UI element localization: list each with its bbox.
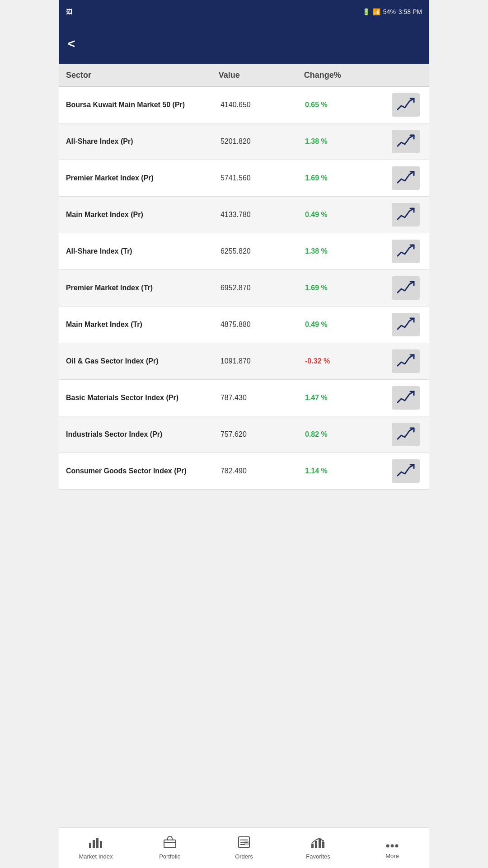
time-display: 3:58 PM: [399, 8, 422, 15]
more-icon: [385, 837, 399, 851]
table-row[interactable]: Consumer Goods Sector Index (Pr) 782.490…: [59, 453, 429, 490]
status-bar-right: 🔋 📶 54% 3:58 PM: [362, 8, 422, 15]
row-chart-1[interactable]: [389, 130, 422, 153]
col-header-value: Value: [219, 71, 304, 80]
svg-rect-0: [89, 843, 91, 848]
chart-button-7[interactable]: [392, 349, 420, 373]
chart-button-3[interactable]: [392, 203, 420, 226]
table-body: Boursa Kuwait Main Market 50 (Pr) 4140.6…: [59, 87, 429, 868]
row-sector-4: All-Share Index (Tr): [66, 247, 221, 256]
header: <: [59, 24, 429, 64]
table-row[interactable]: Oil & Gas Sector Index (Pr) 1091.870 -0.…: [59, 343, 429, 380]
row-change-8: 1.47 %: [305, 394, 389, 402]
row-chart-3[interactable]: [389, 203, 422, 226]
row-change-5: 1.69 %: [305, 284, 389, 292]
row-change-0: 0.65 %: [305, 101, 389, 109]
row-change-9: 0.82 %: [305, 430, 389, 439]
chart-button-8[interactable]: [392, 386, 420, 410]
status-bar: 🖼 🔋 📶 54% 3:58 PM: [59, 0, 429, 24]
market-index-icon: [89, 836, 103, 851]
row-value-2: 5741.560: [221, 174, 305, 182]
row-chart-10[interactable]: [389, 459, 422, 483]
chart-button-9[interactable]: [392, 423, 420, 446]
svg-rect-10: [244, 841, 249, 845]
table-row[interactable]: All-Share Index (Pr) 5201.820 1.38 %: [59, 123, 429, 160]
table-row[interactable]: Premier Market Index (Pr) 5741.560 1.69 …: [59, 160, 429, 197]
row-change-6: 0.49 %: [305, 321, 389, 329]
bottom-nav: Market Index Portfolio Orders: [59, 827, 429, 868]
row-value-9: 757.620: [221, 430, 305, 439]
row-value-10: 782.490: [221, 467, 305, 475]
table-row[interactable]: Main Market Index (Pr) 4133.780 0.49 %: [59, 197, 429, 233]
row-chart-4[interactable]: [389, 240, 422, 263]
orders-icon: [238, 836, 250, 851]
nav-label-market-index: Market Index: [79, 853, 113, 860]
nav-label-favorites: Favorites: [306, 853, 330, 860]
image-icon: 🖼: [66, 8, 72, 15]
nav-label-orders: Orders: [235, 853, 253, 860]
row-change-10: 1.14 %: [305, 467, 389, 475]
table-row[interactable]: Boursa Kuwait Main Market 50 (Pr) 4140.6…: [59, 87, 429, 123]
row-sector-6: Main Market Index (Tr): [66, 320, 221, 330]
svg-point-16: [322, 840, 324, 842]
row-sector-5: Premier Market Index (Tr): [66, 283, 221, 293]
row-sector-1: All-Share Index (Pr): [66, 137, 221, 146]
chart-button-0[interactable]: [392, 93, 420, 117]
chart-button-4[interactable]: [392, 240, 420, 263]
chart-button-5[interactable]: [392, 276, 420, 300]
col-header-sector: Sector: [66, 71, 219, 80]
row-value-7: 1091.870: [221, 357, 305, 365]
wifi-icon: 📶: [373, 8, 380, 15]
favorites-icon: [311, 836, 325, 851]
row-value-6: 4875.880: [221, 321, 305, 329]
row-chart-5[interactable]: [389, 276, 422, 300]
row-change-3: 0.49 %: [305, 211, 389, 219]
row-chart-0[interactable]: [389, 93, 422, 117]
nav-item-orders[interactable]: Orders: [207, 828, 281, 868]
nav-item-portfolio[interactable]: Portfolio: [133, 828, 207, 868]
svg-rect-13: [315, 841, 317, 848]
row-chart-9[interactable]: [389, 423, 422, 446]
svg-rect-15: [322, 842, 324, 848]
chart-button-2[interactable]: [392, 166, 420, 190]
chart-button-10[interactable]: [392, 459, 420, 483]
table-row[interactable]: Main Market Index (Tr) 4875.880 0.49 %: [59, 307, 429, 343]
svg-point-18: [391, 844, 394, 847]
portfolio-icon: [164, 836, 176, 851]
svg-rect-4: [164, 840, 176, 848]
chart-button-6[interactable]: [392, 313, 420, 336]
battery-icon: 🔋: [362, 8, 370, 15]
row-chart-8[interactable]: [389, 386, 422, 410]
status-bar-left: 🖼: [66, 8, 72, 15]
table-row[interactable]: All-Share Index (Tr) 6255.820 1.38 %: [59, 233, 429, 270]
row-chart-2[interactable]: [389, 166, 422, 190]
row-value-3: 4133.780: [221, 211, 305, 219]
svg-point-19: [395, 844, 399, 847]
row-value-1: 5201.820: [221, 137, 305, 146]
back-button[interactable]: <: [68, 37, 75, 51]
nav-item-more[interactable]: More: [355, 828, 429, 868]
svg-rect-2: [96, 838, 99, 848]
row-change-2: 1.69 %: [305, 174, 389, 182]
svg-rect-12: [311, 844, 314, 848]
svg-point-17: [386, 844, 389, 847]
nav-item-market-index[interactable]: Market Index: [59, 828, 133, 868]
table-row[interactable]: Premier Market Index (Tr) 6952.870 1.69 …: [59, 270, 429, 307]
row-chart-6[interactable]: [389, 313, 422, 336]
chart-button-1[interactable]: [392, 130, 420, 153]
row-sector-3: Main Market Index (Pr): [66, 210, 221, 220]
row-sector-10: Consumer Goods Sector Index (Pr): [66, 467, 221, 476]
svg-rect-1: [93, 840, 95, 848]
nav-item-favorites[interactable]: Favorites: [281, 828, 355, 868]
table-header: Sector Value Change%: [59, 64, 429, 87]
row-sector-2: Premier Market Index (Pr): [66, 174, 221, 183]
nav-label-portfolio: Portfolio: [159, 853, 181, 860]
table-row[interactable]: Basic Materials Sector Index (Pr) 787.43…: [59, 380, 429, 416]
row-sector-9: Industrials Sector Index (Pr): [66, 430, 221, 439]
row-chart-7[interactable]: [389, 349, 422, 373]
row-value-4: 6255.820: [221, 247, 305, 255]
battery-percent: 54%: [383, 8, 396, 15]
table-row[interactable]: Industrials Sector Index (Pr) 757.620 0.…: [59, 416, 429, 453]
nav-label-more: More: [385, 853, 399, 859]
col-header-change: Change%: [304, 71, 389, 80]
